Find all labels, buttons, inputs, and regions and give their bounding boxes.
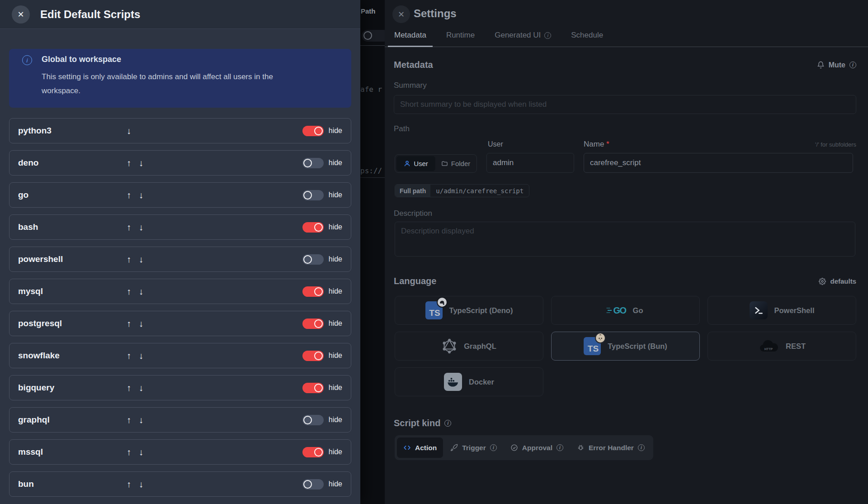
script-kind-trigger[interactable]: Trigger i [444, 437, 503, 458]
background-toggle [362, 30, 385, 42]
up-arrow-button[interactable]: ↑ [127, 319, 131, 328]
reorder-arrows: ↓ [127, 126, 167, 135]
bug-icon [577, 444, 585, 452]
up-arrow-button[interactable]: ↑ [127, 447, 131, 456]
info-icon: i [544, 32, 551, 39]
hide-toggle[interactable] [302, 158, 324, 168]
name-input[interactable] [584, 153, 853, 173]
hide-toggle[interactable] [302, 286, 324, 297]
language-go[interactable]: GO Go [551, 296, 700, 325]
settings-drawer: ✕ Settings MetadataRuntimeGenerated UIiS… [385, 0, 868, 504]
hide-toggle-label: hide [329, 384, 342, 392]
script-kind-label: Error Handler [589, 444, 634, 452]
toggle-knob [303, 416, 312, 424]
down-arrow-button[interactable]: ↓ [139, 415, 143, 424]
hide-toggle[interactable] [302, 415, 324, 425]
up-arrow-button[interactable]: ↑ [127, 351, 131, 360]
hide-toggle[interactable] [302, 190, 324, 200]
user-input[interactable] [486, 153, 574, 173]
close-icon: ✕ [17, 10, 24, 19]
language-powershell[interactable]: PowerShell [708, 296, 856, 325]
up-arrow-button[interactable]: ↑ [127, 480, 131, 489]
summary-input[interactable] [394, 95, 856, 114]
owner-kind-toggle: User Folder [395, 154, 477, 173]
language-rest-http[interactable]: HTTP REST [708, 332, 856, 361]
language-defaults-button[interactable]: defaults [819, 277, 856, 285]
owner-kind-folder[interactable]: Folder [436, 156, 475, 171]
powershell-icon [750, 301, 768, 319]
hide-toggle[interactable] [302, 222, 324, 233]
toggle-knob [314, 127, 323, 135]
down-arrow-button[interactable]: ↓ [139, 158, 143, 167]
script-kind-label: Trigger [462, 444, 486, 452]
hide-toggle-label: hide [329, 127, 342, 135]
hide-toggle[interactable] [302, 319, 324, 329]
divider [360, 45, 385, 46]
hide-toggle[interactable] [302, 383, 324, 393]
language-option-label: GraphQL [464, 342, 496, 351]
hide-toggle[interactable] [302, 479, 324, 490]
info-icon: i [638, 444, 645, 451]
down-arrow-button[interactable]: ↓ [139, 190, 143, 200]
owner-kind-user[interactable]: User [396, 156, 435, 171]
tab-label: Runtime [446, 31, 475, 40]
script-language-name: bash [18, 222, 127, 232]
down-arrow-button[interactable]: ↓ [139, 447, 143, 456]
language-graphql[interactable]: GraphQL [395, 332, 543, 361]
language-docker[interactable]: Docker [395, 367, 543, 396]
description-textarea[interactable] [395, 222, 855, 257]
down-arrow-button[interactable]: ↓ [139, 287, 143, 296]
code-icon [403, 444, 411, 452]
hide-toggle[interactable] [302, 447, 324, 457]
up-arrow-button[interactable]: ↑ [127, 223, 131, 232]
docker-icon [444, 373, 462, 391]
up-arrow-button[interactable]: ↑ [127, 255, 131, 264]
script-kind-error-handler[interactable]: Error Handler i [571, 437, 651, 458]
reorder-arrows: ↑↓ [127, 287, 167, 296]
script-language-name: bun [18, 479, 127, 489]
tab-schedule[interactable]: Schedule [565, 24, 609, 47]
up-arrow-button[interactable]: ↑ [127, 190, 131, 200]
language-typescript-deno[interactable]: TS TypeScript (Deno) [395, 296, 543, 325]
script-language-row: mysql ↑↓ hide [9, 279, 351, 304]
reorder-arrows: ↑↓ [127, 415, 167, 424]
graphql-icon [442, 338, 457, 354]
down-arrow-button[interactable]: ↓ [139, 319, 143, 328]
mute-button[interactable]: Mute i [817, 61, 856, 69]
hide-toggle-label: hide [329, 191, 342, 199]
down-arrow-button[interactable]: ↓ [127, 126, 131, 135]
down-arrow-button[interactable]: ↓ [139, 383, 143, 392]
reorder-arrows: ↑↓ [127, 223, 167, 232]
bell-icon [817, 61, 825, 69]
toggle-knob [303, 191, 312, 200]
up-arrow-button[interactable]: ↑ [127, 415, 131, 424]
edit-scripts-close-button[interactable]: ✕ [12, 5, 30, 24]
down-arrow-button[interactable]: ↓ [139, 480, 143, 489]
up-arrow-button[interactable]: ↑ [127, 287, 131, 296]
language-typescript-bun[interactable]: TS TypeScript (Bun) [551, 332, 700, 361]
tab-runtime[interactable]: Runtime [440, 24, 481, 47]
language-option-label: TypeScript (Bun) [608, 342, 667, 351]
script-kind-approval[interactable]: Approval i [504, 437, 570, 458]
up-arrow-button[interactable]: ↑ [127, 158, 131, 167]
script-kind-action[interactable]: Action [397, 437, 443, 458]
info-icon: i [444, 420, 451, 427]
settings-close-button[interactable]: ✕ [392, 5, 410, 23]
script-kind-label: Action [415, 444, 437, 452]
reorder-arrows: ↑↓ [127, 480, 167, 489]
language-option-label: REST [786, 342, 806, 351]
up-arrow-button[interactable]: ↑ [127, 383, 131, 392]
down-arrow-button[interactable]: ↓ [139, 351, 143, 360]
hide-toggle[interactable] [302, 254, 324, 265]
hide-toggle[interactable] [302, 351, 324, 361]
reorder-arrows: ↑↓ [127, 255, 167, 264]
down-arrow-button[interactable]: ↓ [139, 255, 143, 264]
tab-generated-ui[interactable]: Generated UIi [488, 24, 557, 47]
script-language-row: go ↑↓ hide [9, 182, 351, 208]
script-language-row: graphql ↑↓ hide [9, 407, 351, 433]
banner-body: This setting is only available to admins… [42, 70, 306, 98]
reorder-arrows: ↑↓ [127, 383, 167, 392]
tab-metadata[interactable]: Metadata [388, 24, 433, 47]
down-arrow-button[interactable]: ↓ [139, 223, 143, 232]
hide-toggle[interactable] [302, 126, 324, 136]
